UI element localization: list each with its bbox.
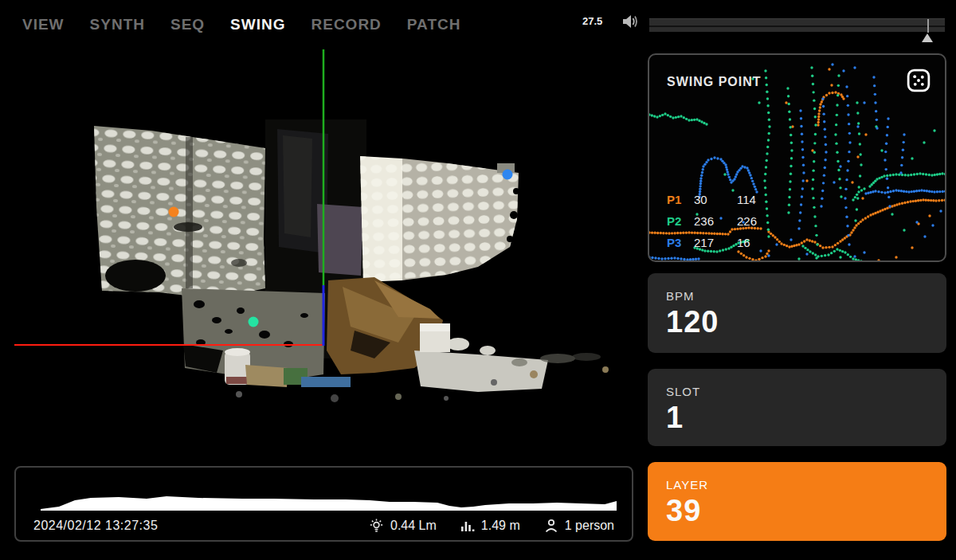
legend-p1-y: 114 [737, 193, 756, 206]
stat-height: 1.49 m [460, 519, 520, 533]
legend-p3-x: 217 [694, 236, 737, 249]
legend-row-p3[interactable]: P3 217 16 [667, 232, 757, 253]
nav-tab-synth[interactable]: SYNTH [90, 16, 145, 33]
p3-marker[interactable] [503, 170, 513, 180]
loudness-waveform [27, 474, 623, 515]
bpm-label: BPM [666, 289, 946, 303]
slot-panel[interactable]: SLOT 1 [648, 369, 946, 446]
stat-luminance: 0.44 Lm [369, 518, 437, 533]
legend-p1-label: P1 [667, 193, 694, 206]
volume-slider-thumb[interactable] [922, 33, 933, 42]
bpm-panel[interactable]: BPM 120 [648, 273, 946, 353]
status-bar: 2024/02/12 13:27:35 0.44 Lm [14, 466, 633, 542]
slot-value: 1 [666, 401, 946, 435]
legend-p3-y: 16 [737, 236, 750, 249]
swing-legend: P1 30 114 P2 236 226 P3 217 16 [667, 189, 757, 253]
person-icon [544, 519, 558, 533]
left-foam-wall [94, 126, 265, 297]
nav-tab-swing[interactable]: SWING [230, 16, 285, 33]
stat-height-value: 1.49 m [481, 519, 520, 533]
legend-p2-label: P2 [667, 214, 694, 228]
stat-luminance-value: 0.44 Lm [390, 519, 437, 533]
volume-slider[interactable] [649, 18, 945, 32]
stat-person-count: 1 person [544, 519, 614, 533]
legend-row-p1[interactable]: P1 30 114 [667, 189, 757, 210]
layer-value: 39 [666, 494, 946, 528]
nav-tab-view[interactable]: VIEW [22, 16, 65, 33]
p1-marker[interactable] [169, 207, 179, 217]
swing-panel-title: SWING POINT [667, 75, 762, 89]
dice-icon [907, 69, 931, 92]
legend-p2-y: 226 [737, 214, 757, 228]
bpm-value: 120 [666, 305, 946, 339]
main-nav: VIEW SYNTH SEQ SWING RECORD PATCH [22, 16, 460, 33]
brightness-icon [369, 518, 384, 533]
layer-label: LAYER [666, 478, 946, 491]
volume-slider-notch [927, 19, 929, 33]
legend-row-p2[interactable]: P2 236 226 [667, 210, 757, 232]
legend-p2-x: 236 [694, 214, 737, 228]
slot-label: SLOT [666, 385, 946, 398]
desk-clutter [182, 277, 609, 402]
timestamp: 2024/02/12 13:27:35 [33, 519, 158, 533]
status-row: 2024/02/12 13:27:35 0.44 Lm [16, 518, 632, 533]
legend-p3-label: P3 [667, 236, 694, 249]
right-foam-wall [360, 156, 519, 282]
swing-point-panel[interactable]: SWING POINT P1 30 114 P2 236 226 P3 217 … [648, 53, 946, 262]
nav-tab-seq[interactable]: SEQ [170, 16, 205, 33]
nav-tab-record[interactable]: RECORD [311, 16, 381, 33]
nav-tab-patch[interactable]: PATCH [407, 16, 461, 33]
level-meter-icon [460, 519, 475, 533]
volume-slider-groove [649, 25, 945, 27]
p2-marker[interactable] [249, 317, 259, 327]
layer-panel[interactable]: LAYER 39 [648, 462, 946, 541]
volume-value: 27.5 [582, 15, 611, 27]
stat-person-value: 1 person [565, 519, 614, 533]
speaker-icon [622, 13, 640, 33]
stats-group: 0.44 Lm 1.49 m 1 person [369, 518, 614, 533]
randomize-dice-button[interactable] [907, 69, 931, 92]
legend-p1-x: 30 [694, 193, 737, 206]
